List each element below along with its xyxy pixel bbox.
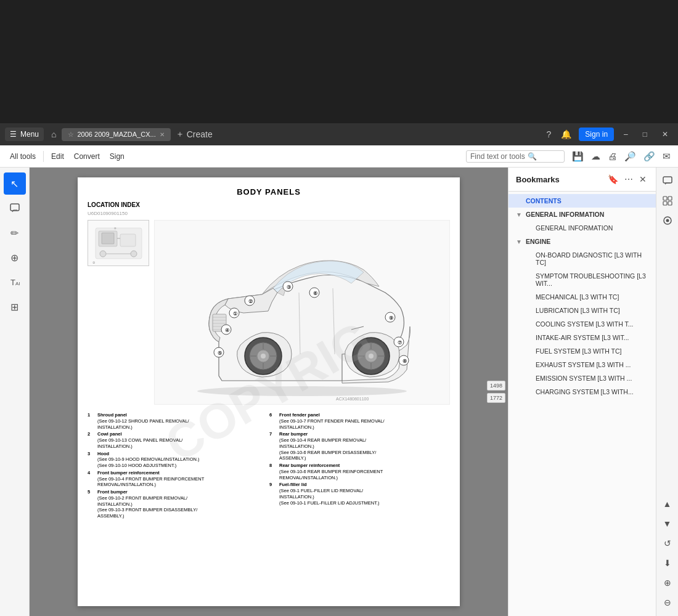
bookmark-emission[interactable]: EMISSION SYSTEM [L3 WITH ... xyxy=(508,371,656,385)
edit-button[interactable]: Edit xyxy=(46,150,69,163)
bookmark-more-button[interactable]: ⋯ xyxy=(623,172,635,186)
bookmark-intake-air[interactable]: INTAKE-AIR SYSTEM [L3 WIT... xyxy=(508,331,656,344)
download-panel-button[interactable]: ⬇ xyxy=(659,554,676,572)
title-bar: ☰ Menu ⌂ ☆ 2006 2009_MAZDA_CX... ✕ ＋ Cre… xyxy=(0,123,678,145)
stamp-tool-button[interactable]: ⊞ xyxy=(4,296,26,318)
menu-icon: ☰ xyxy=(10,130,17,139)
notification-button[interactable]: 🔔 xyxy=(558,127,574,142)
part-8: 8 Rear bumper reinforcement (See 09-10-6… xyxy=(269,463,450,480)
scroll-up-button[interactable]: ▲ xyxy=(659,495,676,513)
menu-button[interactable]: ☰ Menu xyxy=(5,128,44,141)
save-button[interactable]: 💾 xyxy=(570,148,586,164)
scroll-down-button[interactable]: ▼ xyxy=(659,515,676,532)
bookmarks-close-button[interactable]: ✕ xyxy=(637,172,648,186)
bookmark-view-button[interactable]: 🔖 xyxy=(606,172,620,186)
select-tool-button[interactable]: ↖ xyxy=(4,172,26,195)
link-button[interactable]: 🔗 xyxy=(641,148,658,164)
maximize-button[interactable]: □ xyxy=(638,128,652,141)
magnify-tool-button[interactable]: ⊕ xyxy=(4,246,26,269)
svg-rect-6 xyxy=(120,234,136,246)
bookmark-general-info[interactable]: ▼ GENERAL INFORMATION xyxy=(508,208,656,221)
right-rail: ▲ ▼ ↺ ⬇ ⊕ ⊖ xyxy=(656,168,678,616)
svg-rect-0 xyxy=(10,204,19,211)
bookmark-lubrication[interactable]: LUBRICATION [L3 WITH TC] xyxy=(508,304,656,317)
svg-text:②: ② xyxy=(114,227,116,230)
zoom-in-button[interactable]: ⊕ xyxy=(659,574,676,591)
svg-text:T: T xyxy=(10,278,15,287)
mail-button[interactable]: ✉ xyxy=(660,148,673,164)
draw-tool-button[interactable]: ✏ xyxy=(4,222,26,244)
bookmark-cooling[interactable]: COOLING SYSTEM [L3 WITH T... xyxy=(508,317,656,331)
print-button[interactable]: 🖨 xyxy=(605,148,619,164)
sign-in-button[interactable]: Sign in xyxy=(579,128,614,141)
svg-text:④: ④ xyxy=(225,328,229,333)
svg-text:⑧: ⑧ xyxy=(402,359,407,364)
svg-text:⑥: ⑥ xyxy=(313,291,317,296)
part-6: 6 Front fender panel (See 09-10-7 FRONT … xyxy=(269,412,450,430)
bookmark-obd[interactable]: ON-BOARD DIAGNOSTIC [L3 WITH TC] xyxy=(508,248,656,269)
home-button[interactable]: ⌂ xyxy=(49,127,59,142)
toolbar: All tools Edit Convert Sign Find text or… xyxy=(0,145,678,168)
convert-button[interactable]: Convert xyxy=(69,150,105,163)
svg-point-63 xyxy=(666,219,669,222)
svg-rect-57 xyxy=(663,177,672,183)
bookmark-mechanical[interactable]: MECHANICAL [L3 WITH TC] xyxy=(508,290,656,304)
part-3: 3 Hood (See 09-10-9 HOOD REMOVAL/INSTALL… xyxy=(88,451,268,469)
part-9: 9 Fuel-filler lid (See 09-1 FUEL-FILLER … xyxy=(269,482,450,506)
svg-text:⑤: ⑤ xyxy=(218,351,222,356)
main-area: ↖ ✏ ⊕ T AI ⊞ COPYRIG BODY PANELS xyxy=(0,168,678,616)
pdf-area[interactable]: COPYRIG BODY PANELS LOCATION INDEX U6D01… xyxy=(30,168,508,616)
bookmark-contents[interactable]: CONTENTS xyxy=(508,194,656,208)
bookmark-symptom-ts[interactable]: SYMPTOM TROUBLESHOOTING [L3 WIT... xyxy=(508,269,656,290)
tab-title: 2006 2009_MAZDA_CX... xyxy=(78,131,156,138)
thumbnail-panel-button[interactable] xyxy=(659,192,676,209)
svg-rect-5 xyxy=(102,233,114,244)
bookmark-general-info-sub[interactable]: GENERAL INFORMATION xyxy=(508,221,656,235)
comment-tool-button[interactable] xyxy=(4,197,26,219)
part-1: 1 Shroud panel (See 09-10-12 SHROUD PANE… xyxy=(88,412,268,430)
app-window: ☰ Menu ⌂ ☆ 2006 2009_MAZDA_CX... ✕ ＋ Cre… xyxy=(0,123,678,616)
toolbar-separator-1 xyxy=(43,151,44,162)
zoom-button[interactable]: 🔎 xyxy=(622,148,639,164)
svg-text:AI: AI xyxy=(15,281,20,286)
create-label: Create xyxy=(187,129,213,139)
chevron-down-icon: ▼ xyxy=(516,238,523,245)
location-index-label: LOCATION INDEX xyxy=(88,201,450,208)
all-tools-button[interactable]: All tools xyxy=(5,150,41,163)
pdf-page: COPYRIG BODY PANELS LOCATION INDEX U6D01… xyxy=(78,177,460,606)
svg-text:⑨: ⑨ xyxy=(389,315,393,321)
bookmarks-list[interactable]: CONTENTS ▼ GENERAL INFORMATION GENERAL I… xyxy=(508,192,656,616)
bookmark-fuel-system[interactable]: FUEL SYSTEM [L3 WITH TC] xyxy=(508,344,656,358)
pdf-title: BODY PANELS xyxy=(88,187,450,197)
zoom-out-button[interactable]: ⊖ xyxy=(659,594,676,611)
close-button[interactable]: ✕ xyxy=(657,128,673,141)
svg-rect-60 xyxy=(663,201,667,205)
svg-text:ACX1480801100: ACX1480801100 xyxy=(336,397,369,401)
new-tab-button[interactable]: ＋ Create xyxy=(171,126,218,142)
comment-panel-button[interactable] xyxy=(659,172,676,190)
toolbar-right-icons: 💾 ☁ 🖨 🔎 🔗 ✉ xyxy=(570,148,673,164)
upload-button[interactable]: ☁ xyxy=(589,148,603,164)
bookmarks-header-icons: 🔖 ⋯ ✕ xyxy=(606,172,648,186)
document-tab[interactable]: ☆ 2006 2009_MAZDA_CX... ✕ xyxy=(62,128,171,141)
page-number-1: 1498 xyxy=(487,381,505,391)
sign-button[interactable]: Sign xyxy=(105,150,129,163)
bookmark-engine[interactable]: ▼ ENGINE xyxy=(508,235,656,248)
bookmark-charging[interactable]: CHARGING SYSTEM [L3 WITH... xyxy=(508,385,656,399)
location-panel-button[interactable] xyxy=(659,212,676,229)
svg-rect-61 xyxy=(668,201,672,205)
text-recognition-button[interactable]: T AI xyxy=(4,271,26,293)
svg-point-13 xyxy=(197,386,407,396)
main-diagram: ① ② ③ ④ ⑤ ⑥ ⑦ xyxy=(154,220,450,405)
bookmarks-panel: Bookmarks 🔖 ⋯ ✕ CONTENTS ▼ GENERAL INFOR… xyxy=(508,168,656,616)
find-toolbar[interactable]: Find text or tools 🔍 xyxy=(466,150,565,163)
part-5: 5 Front bumper (See 09-10-2 FRONT BUMPER… xyxy=(88,489,268,519)
refresh-button[interactable]: ↺ xyxy=(659,535,676,552)
tab-close-icon[interactable]: ✕ xyxy=(160,131,165,138)
minimize-button[interactable]: – xyxy=(619,128,633,141)
browser-chrome xyxy=(0,0,678,123)
svg-rect-59 xyxy=(668,197,672,200)
bookmark-exhaust[interactable]: EXHAUST SYSTEM [L3 WITH ... xyxy=(508,358,656,371)
help-button[interactable]: ? xyxy=(544,127,554,142)
doc-number: U6D01090901150 xyxy=(88,211,450,216)
